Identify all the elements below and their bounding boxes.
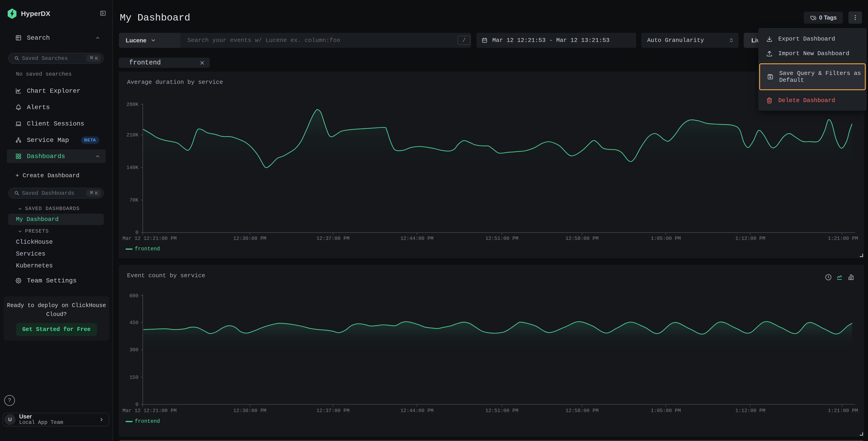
svg-text:1:05:00 PM: 1:05:00 PM xyxy=(651,236,681,241)
svg-text:12:58:00 PM: 12:58:00 PM xyxy=(565,408,598,414)
svg-text:Mar 12 12:21:00 PM: Mar 12 12:21:00 PM xyxy=(123,236,177,241)
svg-text:300: 300 xyxy=(129,347,138,353)
svg-text:1:21:00 PM: 1:21:00 PM xyxy=(828,236,858,241)
svg-text:Mar 12 12:21:00 PM: Mar 12 12:21:00 PM xyxy=(123,408,177,414)
svg-text:12:37:00 PM: 12:37:00 PM xyxy=(316,236,349,241)
svg-text:1:12:00 PM: 1:12:00 PM xyxy=(735,236,765,241)
svg-text:450: 450 xyxy=(129,320,138,326)
svg-text:12:30:00 PM: 12:30:00 PM xyxy=(234,236,267,241)
svg-text:12:51:00 PM: 12:51:00 PM xyxy=(485,408,518,414)
svg-text:12:51:00 PM: 12:51:00 PM xyxy=(485,236,518,241)
svg-text:0: 0 xyxy=(135,402,138,408)
svg-text:12:44:00 PM: 12:44:00 PM xyxy=(400,236,433,241)
svg-text:1:12:00 PM: 1:12:00 PM xyxy=(735,408,765,414)
svg-text:280K: 280K xyxy=(126,102,139,108)
svg-text:12:58:00 PM: 12:58:00 PM xyxy=(565,236,598,241)
svg-text:1:05:00 PM: 1:05:00 PM xyxy=(651,408,681,414)
svg-text:150: 150 xyxy=(129,375,138,380)
svg-text:12:37:00 PM: 12:37:00 PM xyxy=(316,408,349,414)
svg-text:1:21:00 PM: 1:21:00 PM xyxy=(828,408,858,414)
svg-text:0: 0 xyxy=(135,230,138,236)
svg-text:600: 600 xyxy=(129,293,138,299)
svg-text:140K: 140K xyxy=(126,165,139,171)
svg-text:70K: 70K xyxy=(129,198,138,203)
svg-text:210K: 210K xyxy=(126,133,139,138)
svg-text:12:30:00 PM: 12:30:00 PM xyxy=(234,408,267,414)
svg-text:12:44:00 PM: 12:44:00 PM xyxy=(400,408,433,414)
